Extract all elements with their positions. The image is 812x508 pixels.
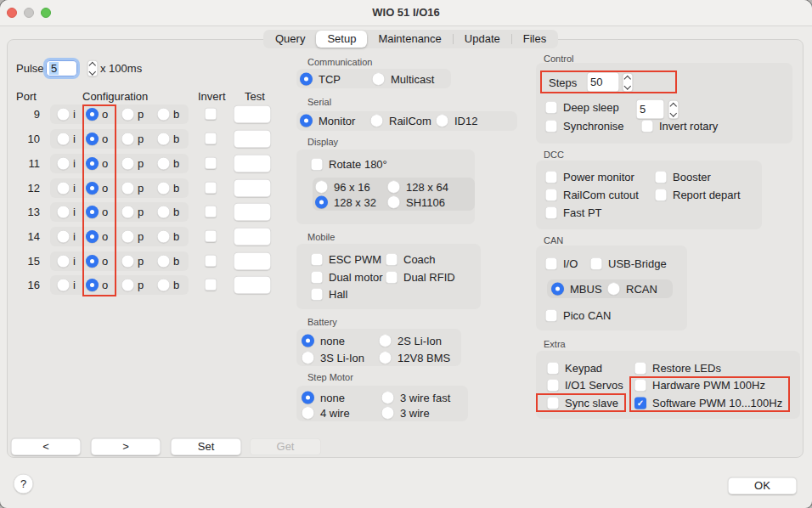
invert-checkbox[interactable] (205, 255, 217, 267)
radio-o[interactable] (86, 108, 99, 121)
checkbox[interactable] (311, 253, 323, 265)
checkbox[interactable] (634, 379, 646, 391)
config-option-o[interactable]: o (86, 108, 121, 121)
radio-b[interactable] (157, 230, 170, 243)
checkbox[interactable] (311, 271, 323, 283)
radio[interactable] (607, 283, 620, 296)
radio-128x64[interactable]: 128 x 64 (387, 181, 448, 194)
radio-3s-li-ion[interactable]: 3S Li-Ion (302, 352, 364, 364)
radio[interactable] (300, 73, 313, 86)
set-button[interactable]: Set (171, 438, 241, 455)
radio-i[interactable] (57, 133, 70, 145)
steps-stepper[interactable] (623, 73, 633, 92)
config-option-p[interactable]: p (121, 206, 157, 218)
radio-b[interactable] (157, 108, 170, 121)
radio-b[interactable] (157, 279, 170, 291)
checkbox-io1-servos[interactable]: I/O1 Servos (547, 379, 623, 392)
checkbox[interactable] (545, 171, 557, 183)
radio[interactable] (300, 115, 313, 127)
checkbox[interactable] (311, 288, 323, 300)
invert-checkbox[interactable] (205, 157, 217, 169)
invert-checkbox[interactable] (205, 230, 217, 242)
tab-setup[interactable]: Setup (316, 31, 367, 48)
deep-sleep-stepper[interactable] (668, 100, 679, 119)
checkbox-pico-can[interactable]: Pico CAN (545, 309, 611, 322)
radio[interactable] (302, 335, 314, 347)
config-option-p[interactable]: p (121, 279, 157, 291)
checkbox[interactable] (545, 101, 557, 113)
checkbox[interactable] (590, 257, 602, 269)
checkbox[interactable] (547, 362, 559, 374)
test-field[interactable] (234, 252, 271, 270)
checkbox[interactable] (386, 253, 398, 265)
checkbox[interactable] (386, 271, 398, 283)
checkbox-sync-slave[interactable]: Sync slave (547, 397, 618, 409)
ok-button[interactable]: OK (728, 477, 797, 494)
radio-i[interactable] (57, 206, 70, 218)
radio[interactable] (381, 392, 394, 404)
radio-i[interactable] (57, 255, 70, 268)
radio-o[interactable] (86, 279, 99, 291)
config-option-p[interactable]: p (121, 108, 157, 121)
config-option-o[interactable]: o (86, 157, 121, 170)
radio-o[interactable] (86, 255, 99, 268)
checkbox[interactable] (545, 189, 557, 200)
radio-o[interactable] (86, 230, 99, 243)
radio-p[interactable] (121, 206, 134, 218)
radio[interactable] (436, 115, 448, 127)
radio-railcom[interactable]: RailCom (370, 115, 431, 127)
radio-96x16[interactable]: 96 x 16 (315, 181, 370, 194)
checkbox[interactable] (655, 189, 667, 200)
radio[interactable] (302, 392, 314, 404)
test-field[interactable] (234, 276, 271, 294)
test-field[interactable] (234, 179, 271, 197)
radio-rcan[interactable]: RCAN (607, 283, 657, 296)
test-field[interactable] (234, 105, 271, 123)
tab-update[interactable]: Update (454, 30, 511, 48)
checkbox-rotate-180[interactable]: Rotate 180° (311, 158, 387, 171)
config-option-i[interactable]: i (57, 255, 86, 268)
config-option-o[interactable]: o (86, 230, 121, 243)
radio[interactable] (551, 283, 564, 296)
config-option-b[interactable]: b (157, 133, 179, 145)
config-option-b[interactable]: b (157, 206, 179, 218)
radio[interactable] (302, 352, 314, 364)
radio-sh1106[interactable]: SH1106 (387, 196, 445, 209)
checkbox[interactable] (311, 158, 323, 170)
radio-b[interactable] (157, 133, 170, 145)
config-option-p[interactable]: p (121, 157, 157, 170)
config-option-p[interactable]: p (121, 230, 157, 243)
radio[interactable] (315, 196, 328, 209)
invert-checkbox[interactable] (205, 133, 217, 144)
radio-b[interactable] (157, 182, 170, 195)
radio-i[interactable] (57, 157, 70, 170)
radio-i[interactable] (57, 108, 70, 121)
config-option-o[interactable]: o (86, 255, 121, 268)
checkbox[interactable] (545, 257, 557, 269)
checkbox[interactable] (634, 397, 646, 409)
radio-multicast[interactable]: Multicast (372, 73, 434, 86)
radio-o[interactable] (86, 182, 99, 195)
radio-b[interactable] (157, 157, 170, 170)
radio[interactable] (387, 181, 400, 194)
config-option-o[interactable]: o (86, 182, 121, 195)
radio-o[interactable] (86, 206, 99, 218)
checkbox-keypad[interactable]: Keypad (547, 362, 602, 375)
radio-id12[interactable]: ID12 (436, 115, 477, 127)
config-option-p[interactable]: p (121, 133, 157, 145)
deep-sleep-input[interactable]: 5 (636, 99, 664, 119)
checkbox-synchronise[interactable]: Synchronise (545, 120, 624, 133)
checkbox-io[interactable]: I/O (545, 257, 578, 270)
radio-p[interactable] (121, 279, 134, 291)
radio-battery-none[interactable]: none (302, 335, 345, 347)
radio-128x32[interactable]: 128 x 32 (315, 196, 376, 209)
config-option-p[interactable]: p (121, 255, 157, 268)
tab-files[interactable]: Files (512, 30, 557, 48)
checkbox-dual-rfid[interactable]: Dual RFID (386, 271, 455, 284)
invert-checkbox[interactable] (205, 279, 217, 291)
config-option-o[interactable]: o (86, 206, 121, 218)
radio[interactable] (315, 181, 328, 194)
checkbox-esc-pwm[interactable]: ESC PWM (311, 253, 381, 266)
tab-maintenance[interactable]: Maintenance (367, 30, 452, 48)
config-option-b[interactable]: b (157, 182, 179, 195)
